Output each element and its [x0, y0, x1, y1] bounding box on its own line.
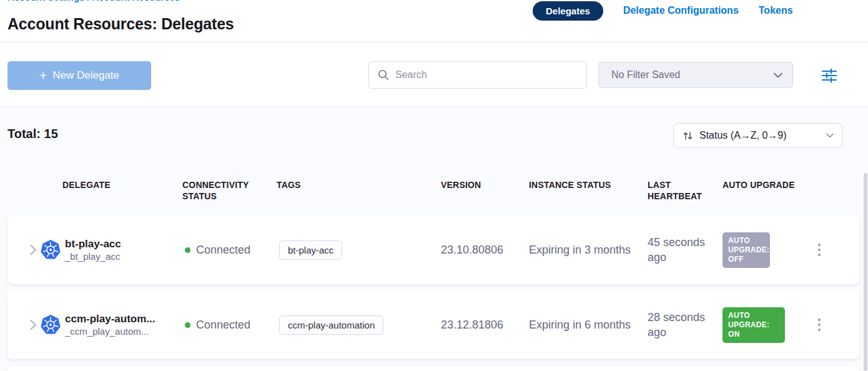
column-header-tags: TAGS: [277, 179, 301, 190]
search-icon: [378, 69, 389, 81]
tab-tokens[interactable]: Tokens: [759, 5, 793, 16]
header-divider: [0, 42, 868, 42]
chevron-down-icon: [774, 72, 782, 78]
version-cell: 23.12.81806: [441, 290, 503, 359]
delegate-name: ccm-play-autom...: [65, 312, 155, 325]
delegate-name-cell: ccm-play-autom... _ccm_play_autom...: [65, 290, 155, 359]
column-header-connectivity-status: CONNECTIVITY STATUS: [182, 179, 267, 202]
tags-cell: ccm-play-automation: [279, 290, 383, 359]
vertical-scrollbar[interactable]: [864, 173, 867, 371]
table-row[interactable]: ccm-play-autom... _ccm_play_autom... Con…: [7, 290, 859, 359]
resource-tabs: Delegates Delegate Configurations Tokens: [533, 0, 793, 21]
column-header-version: VERSION: [441, 179, 481, 190]
auto-upgrade-cell: AUTO UPGRADE: OFF: [723, 215, 770, 284]
page-title: Account Resources: Delegates: [7, 15, 234, 33]
table-row[interactable]: [7, 365, 859, 371]
connected-status-dot: [185, 322, 190, 328]
connectivity-status: Connected: [196, 319, 250, 332]
column-header-auto-upgrade: AUTO UPGRADE: [723, 179, 795, 190]
version-cell: 23.10.80806: [441, 215, 503, 284]
breadcrumb[interactable]: Account Settings / Account Resources: [7, 0, 180, 2]
instance-status-cell: Expiring in 3 months: [529, 215, 631, 284]
kubernetes-icon: [40, 290, 61, 359]
connected-status-dot: [185, 247, 190, 253]
tag-chip: ccm-play-automation: [279, 315, 383, 335]
row-expander-chevron-icon[interactable]: [30, 290, 37, 359]
delegate-id: _ccm_play_autom...: [65, 325, 149, 338]
new-delegate-button[interactable]: + New Delegate: [7, 61, 151, 90]
row-menu-cell: [815, 290, 824, 359]
instance-status-cell: Expiring in 6 months: [529, 290, 631, 359]
column-header-instance-status: INSTANCE STATUS: [529, 179, 611, 190]
delegate-name: bt-play-acc: [65, 237, 121, 250]
column-header-last-heartbeat: LAST HEARTBEAT: [648, 179, 713, 202]
auto-upgrade-cell: AUTO UPGRADE: ON: [723, 290, 785, 359]
row-menu-cell: [815, 215, 824, 284]
last-heartbeat-cell: 45 seconds ago: [648, 215, 721, 284]
row-options-menu-icon[interactable]: [815, 315, 824, 334]
saved-filter-value: No Filter Saved: [611, 69, 774, 81]
chevron-down-icon: [826, 133, 834, 138]
search-input[interactable]: [395, 69, 578, 81]
delegate-name-cell: bt-play-acc _bt_play_acc: [65, 215, 121, 284]
plus-icon: +: [39, 69, 47, 82]
table-row[interactable]: bt-play-acc _bt_play_acc Connected bt-pl…: [7, 215, 859, 284]
connectivity-cell: Connected: [185, 290, 250, 359]
column-header-delegate: DELEGATE: [62, 179, 111, 190]
tab-delegate-configurations[interactable]: Delegate Configurations: [623, 5, 739, 16]
filter-sliders-icon[interactable]: [821, 67, 838, 84]
auto-upgrade-badge: AUTO UPGRADE: OFF: [723, 232, 770, 268]
total-count: Total: 15: [7, 127, 58, 141]
new-delegate-label: New Delegate: [52, 69, 119, 82]
sort-select[interactable]: Status (A→Z, 0→9): [673, 123, 843, 148]
tags-cell: bt-play-acc: [279, 215, 342, 284]
row-expander-chevron-icon[interactable]: [30, 215, 37, 284]
tab-delegates[interactable]: Delegates: [533, 1, 603, 21]
sort-value: Status (A→Z, 0→9): [699, 130, 820, 141]
tag-chip: bt-play-acc: [279, 240, 342, 260]
search-box: [368, 61, 587, 89]
row-options-menu-icon[interactable]: [815, 240, 824, 259]
connectivity-status: Connected: [196, 244, 250, 257]
kubernetes-icon: [40, 215, 61, 284]
auto-upgrade-badge: AUTO UPGRADE: ON: [723, 307, 785, 343]
connectivity-cell: Connected: [185, 215, 250, 284]
last-heartbeat-cell: 28 seconds ago: [648, 290, 721, 359]
sort-arrows-icon: [683, 131, 693, 141]
delegate-id: _bt_play_acc: [65, 250, 120, 263]
saved-filter-select[interactable]: No Filter Saved: [598, 62, 793, 88]
